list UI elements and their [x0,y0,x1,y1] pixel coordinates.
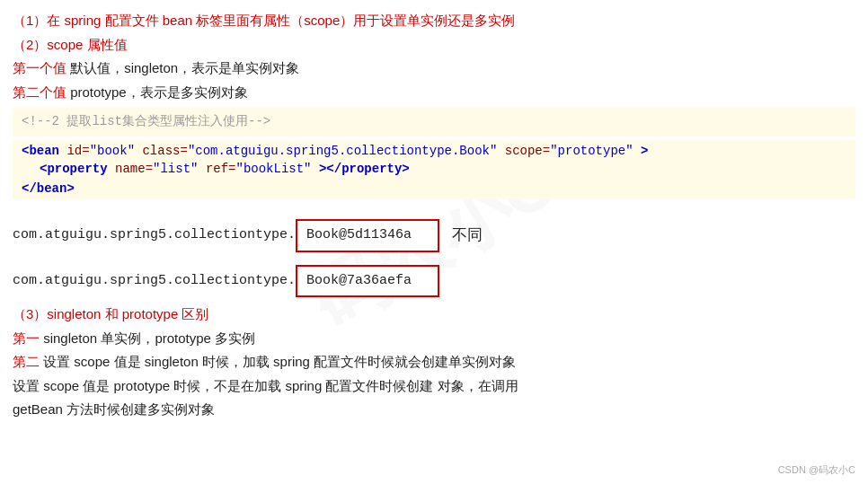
diff-label: 不同 [452,207,483,265]
bean-open-text: <bean id="book" class="com.atguigu.sprin… [22,144,648,158]
output1-highlight: Book@5d11346a [296,219,439,252]
line-1: （1）在 spring 配置文件 bean 标签里面有属性（scope）用于设置… [13,9,855,32]
line1-text: （1）在 spring 配置文件 bean 标签里面有属性（scope）用于设置… [13,13,515,28]
output2-highlight: Book@7a36aefa [296,265,439,298]
code-comment-line: <!--2 提取list集合类型属性注入使用--> [13,107,855,136]
output2-prefix: com.atguigu.spring5.collectiontype. [13,268,296,295]
bean-open-line: <bean id="book" class="com.atguigu.sprin… [13,140,855,160]
line3-text: 默认值，singleton，表示是单实例对象 [70,60,299,75]
line-4: 第二个值 prototype，表示是多实例对象 [13,81,855,104]
line3-label: 第一个值 [13,60,66,75]
s3-line4-text: getBean 方法时候创建多实例对象 [13,401,215,417]
s3-line2: 第二 设置 scope 值是 singleton 时候，加载 spring 配置… [13,350,855,374]
line-3: 第一个值 默认值，singleton，表示是单实例对象 [13,57,855,80]
comment-text: <!--2 提取list集合类型属性注入使用--> [22,114,270,128]
bean-close-line: </bean> [13,178,855,199]
s3-line2-label: 第二 [13,354,40,369]
csdn-label: CSDN @码农小C [778,463,855,477]
property-text: <property name="list" ref="bookList" ></… [40,162,410,176]
line2-text: （2）scope 属性值 [13,37,128,52]
main-content: （1）在 spring 配置文件 bean 标签里面有属性（scope）用于设置… [0,0,868,431]
output-row-1: com.atguigu.spring5.collectiontype. Book… [13,207,855,265]
output1-prefix: com.atguigu.spring5.collectiontype. [13,223,296,249]
s3-line1-label: 第一 [13,330,40,346]
property-line: <property name="list" ref="bookList" ></… [13,160,855,178]
bean-close-text: </bean> [22,181,75,196]
s3-title-text: （3）singleton 和 prototype 区别 [13,306,208,321]
line4-label: 第二个值 [13,84,66,100]
s3-line2-text: 设置 scope 值是 singleton 时候，加载 spring 配置文件时… [43,354,516,369]
s3-line3-text: 设置 scope 值是 prototype 时候，不是在加载 spring 配置… [13,378,518,393]
line4-text: prototype，表示是多实例对象 [70,84,248,100]
section-3: （3）singleton 和 prototype 区别 第一 singleton… [13,303,855,421]
s3-line1: 第一 singleton 单实例，prototype 多实例 [13,327,855,350]
s3-line1-text: singleton 单实例，prototype 多实例 [43,330,255,346]
s3-title: （3）singleton 和 prototype 区别 [13,303,855,326]
line-2: （2）scope 属性值 [13,33,855,57]
s3-line4: getBean 方法时候创建多实例对象 [13,398,855,421]
s3-line3: 设置 scope 值是 prototype 时候，不是在加载 spring 配置… [13,374,855,398]
output-section: com.atguigu.spring5.collectiontype. Book… [13,207,855,297]
output-row-2: com.atguigu.spring5.collectiontype. Book… [13,265,855,298]
